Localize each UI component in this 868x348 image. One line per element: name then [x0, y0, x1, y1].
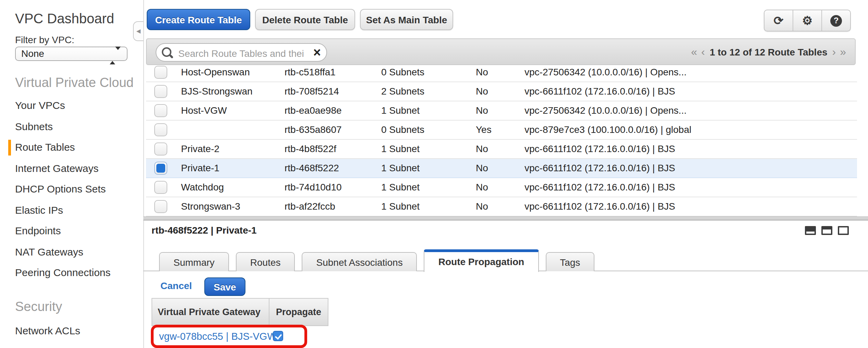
tab-subnet-associations[interactable]: Subnet Associations — [302, 252, 417, 271]
search-toolbar: × « ‹ 1 to 12 of 12 Route Tables › » — [146, 38, 856, 65]
refresh-icon: ⟳ — [774, 13, 784, 28]
set-as-main-table-button[interactable]: Set As Main Table — [360, 9, 453, 30]
pagination-label: 1 to 12 of 12 Route Tables — [710, 46, 827, 57]
detail-tabs: Summary Routes Subnet Associations Route… — [159, 249, 594, 271]
table-row[interactable]: Host-VGW rtb-ea0ae98e 1 Subnet No vpc-27… — [146, 101, 857, 121]
delete-route-table-button[interactable]: Delete Route Table — [255, 9, 355, 30]
search-icon — [162, 47, 171, 57]
settings-button[interactable]: ⚙ — [793, 10, 821, 31]
virtual-private-gateway-column-header: Virtual Private Gateway — [152, 299, 269, 325]
route-table-name: Private-1 — [181, 159, 219, 177]
row-checkbox[interactable] — [154, 66, 167, 79]
pane-resize-handle[interactable] — [143, 216, 868, 221]
vpc-cell: vpc-6611f102 (172.16.0.0/16) | BJS — [525, 82, 675, 101]
row-checkbox[interactable] — [154, 123, 167, 136]
sidebar-item-your-vpcs[interactable]: Your VPCs — [0, 95, 143, 116]
section-heading-vpc: Virtual Private Cloud — [0, 75, 143, 90]
search-input[interactable] — [177, 45, 306, 62]
main-flag: Yes — [476, 121, 492, 139]
route-table-name: BJS-Strongswan — [181, 82, 253, 101]
chevron-left-icon: ◀ — [136, 28, 141, 34]
sidebar: VPC Dashboard Filter by VPC: None Virtua… — [0, 0, 143, 348]
sidebar-item-dhcp-options-sets[interactable]: DHCP Options Sets — [0, 179, 143, 200]
route-table-id: rtb-708f5214 — [285, 82, 339, 101]
table-row[interactable]: Watchdog rtb-74d10d10 1 Subnet No vpc-66… — [146, 178, 857, 197]
table-row[interactable]: Host-Openswan rtb-c518ffa1 0 Subnets No … — [146, 63, 857, 82]
subnet-count: 1 Subnet — [381, 178, 420, 197]
main-flag: No — [476, 178, 488, 197]
clear-search-icon[interactable]: × — [313, 45, 321, 61]
table-row[interactable]: Strongswan-3 rtb-af22fccb 1 Subnet No vp… — [146, 197, 857, 216]
subnet-count: 1 Subnet — [381, 101, 420, 120]
vpc-cell: vpc-879e7ce3 (100.100.0.0/16) | global — [525, 121, 691, 139]
vpc-cell: vpc-6611f102 (172.16.0.0/16) | BJS — [525, 140, 675, 158]
vgw-link[interactable]: vgw-078bcc55 | BJS-VGW — [159, 331, 277, 342]
pagination-first-icon[interactable]: « — [691, 46, 697, 58]
table-row[interactable]: BJS-Strongswan rtb-708f5214 2 Subnets No… — [146, 82, 857, 101]
sidebar-nav: Your VPCs Subnets Route Tables Internet … — [0, 95, 143, 283]
route-tables-table: Host-Openswan rtb-c518ffa1 0 Subnets No … — [146, 63, 857, 216]
sidebar-item-elastic-ips[interactable]: Elastic IPs — [0, 200, 143, 221]
route-table-id: rtb-4b8f522f — [285, 140, 336, 158]
sidebar-item-network-acls[interactable]: Network ACLs — [0, 321, 143, 341]
route-table-name: Strongswan-3 — [181, 197, 240, 216]
sidebar-item-internet-gateways[interactable]: Internet Gateways — [0, 158, 143, 179]
filter-by-vpc-label: Filter by VPC: — [15, 34, 74, 45]
sidebar-item-subnets[interactable]: Subnets — [0, 116, 143, 137]
subnet-count: 0 Subnets — [381, 121, 424, 139]
sidebar-item-peering-connections[interactable]: Peering Connections — [0, 262, 143, 283]
route-table-name: Host-Openswan — [181, 63, 250, 82]
table-row[interactable]: rtb-635a8607 0 Subnets Yes vpc-879e7ce3 … — [146, 121, 857, 140]
tab-routes[interactable]: Routes — [236, 252, 295, 271]
route-table-id: rtb-ea0ae98e — [285, 101, 342, 120]
subnet-count: 1 Subnet — [381, 140, 420, 158]
sidebar-item-endpoints[interactable]: Endpoints — [0, 221, 143, 241]
tab-tags[interactable]: Tags — [545, 252, 594, 271]
pane-maximize-icon[interactable] — [838, 226, 849, 235]
main-flag: No — [476, 197, 488, 216]
create-route-table-button[interactable]: Create Route Table — [147, 9, 250, 30]
pane-half-icon[interactable] — [821, 226, 832, 235]
route-table-name: Host-VGW — [181, 101, 227, 120]
pagination-last-icon[interactable]: » — [840, 46, 846, 58]
tab-route-propagation[interactable]: Route Propagation — [424, 249, 539, 272]
row-checkbox[interactable] — [154, 200, 167, 213]
sidebar-collapse-button[interactable]: ◀ — [133, 21, 143, 41]
route-table-id: rtb-468f5222 — [285, 159, 339, 177]
subnet-count: 1 Subnet — [381, 197, 420, 216]
propagation-table-header: Virtual Private Gateway Propagate — [152, 298, 328, 326]
gear-icon: ⚙ — [802, 13, 813, 28]
table-row[interactable]: Private-2 rtb-4b8f522f 1 Subnet No vpc-6… — [146, 140, 857, 159]
main-flag: No — [476, 63, 488, 82]
tab-summary[interactable]: Summary — [159, 252, 229, 271]
route-table-id: rtb-635a8607 — [285, 121, 342, 139]
section-heading-security: Security — [0, 299, 143, 314]
main-flag: No — [476, 140, 488, 158]
pagination-prev-icon[interactable]: ‹ — [701, 46, 705, 58]
subnet-count: 0 Subnets — [381, 63, 424, 82]
route-table-name: Private-2 — [181, 140, 219, 158]
vpc-filter-select[interactable]: None — [15, 47, 128, 61]
row-checkbox[interactable] — [154, 142, 167, 156]
row-checkbox[interactable] — [154, 85, 167, 98]
sidebar-item-nat-gateways[interactable]: NAT Gateways — [0, 241, 143, 262]
sidebar-divider — [143, 0, 144, 348]
table-row-selected[interactable]: Private-1 rtb-468f5222 1 Subnet No vpc-6… — [146, 159, 857, 178]
row-checkbox[interactable] — [154, 104, 167, 117]
vpc-console-page: VPC Dashboard Filter by VPC: None Virtua… — [0, 0, 868, 348]
help-button[interactable]: ? — [821, 10, 850, 31]
toolbar-icon-group: ⟳ ⚙ ? — [764, 10, 851, 32]
row-checkbox[interactable] — [154, 181, 167, 194]
sidebar-item-route-tables[interactable]: Route Tables — [0, 137, 143, 158]
row-checkbox[interactable] — [154, 162, 167, 175]
main-flag: No — [476, 159, 488, 177]
cancel-button[interactable]: Cancel — [160, 280, 192, 291]
route-table-id: rtb-af22fccb — [285, 197, 335, 216]
propagate-checkbox[interactable] — [273, 331, 283, 341]
save-button[interactable]: Save — [204, 277, 245, 296]
propagation-table-row: vgw-078bcc55 | BJS-VGW — [152, 326, 328, 348]
pane-minimize-icon[interactable] — [805, 226, 816, 235]
refresh-button[interactable]: ⟳ — [764, 10, 793, 31]
pagination-next-icon[interactable]: › — [832, 46, 836, 58]
vpc-cell: vpc-6611f102 (172.16.0.0/16) | BJS — [525, 159, 675, 177]
